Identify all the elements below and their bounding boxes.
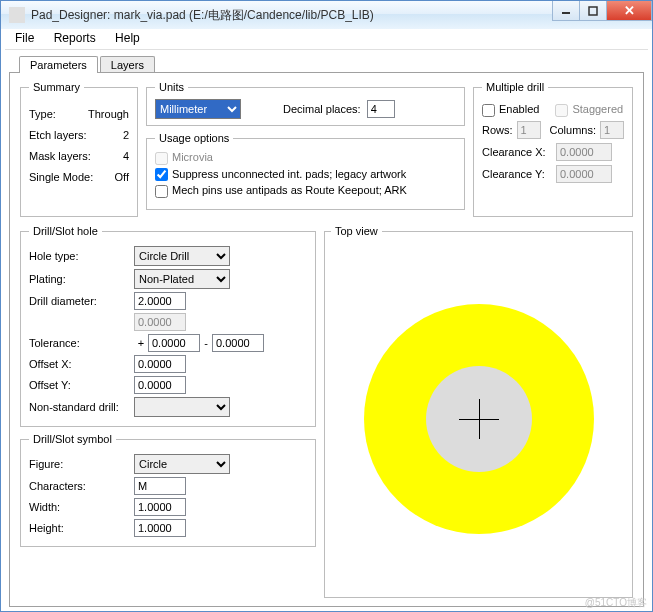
plating-select[interactable]: Non-Plated <box>134 269 230 289</box>
drillsym-group: Drill/Slot symbol Figure:Circle Characte… <box>20 433 316 547</box>
rows-input <box>517 121 541 139</box>
units-legend: Units <box>155 81 188 93</box>
plating-label: Plating: <box>29 273 134 285</box>
height-label: Height: <box>29 522 134 534</box>
diameter-input[interactable] <box>134 292 186 310</box>
tab-layers[interactable]: Layers <box>100 56 155 73</box>
titlebar[interactable]: Pad_Designer: mark_via.pad (E:/电路图/Cande… <box>1 1 652 29</box>
width-label: Width: <box>29 501 134 513</box>
type-value: Through <box>88 108 129 120</box>
nsd-select[interactable] <box>134 397 230 417</box>
enabled-checkbox[interactable] <box>482 104 495 117</box>
window-title: Pad_Designer: mark_via.pad (E:/电路图/Cande… <box>31 7 374 24</box>
cleary-input <box>556 165 612 183</box>
app-icon <box>9 7 25 23</box>
offx-label: Offset X: <box>29 358 134 370</box>
holetype-label: Hole type: <box>29 250 134 262</box>
summary-group: Summary Type:Through Etch layers:2 Mask … <box>20 81 138 217</box>
tab-body: Summary Type:Through Etch layers:2 Mask … <box>9 72 644 607</box>
menu-reports[interactable]: Reports <box>46 29 104 47</box>
chars-input[interactable] <box>134 477 186 495</box>
cols-input <box>600 121 624 139</box>
mask-value: 4 <box>123 150 129 162</box>
usage-legend: Usage options <box>155 132 233 144</box>
enabled-label: Enabled <box>499 103 539 115</box>
cleary-label: Clearance Y: <box>482 168 552 180</box>
units-group: Units Millimeter Decimal places: <box>146 81 465 126</box>
tab-parameters[interactable]: Parameters <box>19 56 98 73</box>
crosshair-v <box>479 399 480 439</box>
chars-label: Characters: <box>29 480 134 492</box>
close-button[interactable]: ✕ <box>606 1 652 21</box>
mechpins-label: Mech pins use antipads as Route Keepout;… <box>172 184 407 196</box>
drillsym-legend: Drill/Slot symbol <box>29 433 116 445</box>
svg-rect-1 <box>589 7 597 15</box>
tol1-input[interactable] <box>148 334 200 352</box>
topview-canvas <box>335 251 622 587</box>
etch-value: 2 <box>123 129 129 141</box>
offy-label: Offset Y: <box>29 379 134 391</box>
drillhole-legend: Drill/Slot hole <box>29 225 102 237</box>
microvia-checkbox <box>155 152 168 165</box>
mask-label: Mask layers: <box>29 150 91 162</box>
nsd-label: Non-standard drill: <box>29 401 134 413</box>
drillhole-group: Drill/Slot hole Hole type:Circle Drill P… <box>20 225 316 427</box>
staggered-label: Staggered <box>572 103 623 115</box>
diameter2-input <box>134 313 186 331</box>
multiple-drill-group: Multiple drill Enabled Staggered Rows: C… <box>473 81 633 217</box>
cols-label: Columns: <box>550 124 596 136</box>
single-value: Off <box>115 171 129 183</box>
etch-label: Etch layers: <box>29 129 86 141</box>
watermark: @51CTO博客 <box>585 596 647 610</box>
clearx-input <box>556 143 612 161</box>
staggered-checkbox <box>555 104 568 117</box>
mechpins-checkbox[interactable] <box>155 185 168 198</box>
usage-group: Usage options Microvia Suppress unconnec… <box>146 132 465 210</box>
menu-file[interactable]: File <box>7 29 42 47</box>
clearx-label: Clearance X: <box>482 146 552 158</box>
menubar: File Reports Help <box>1 29 652 49</box>
decimal-input[interactable] <box>367 100 395 118</box>
topview-legend: Top view <box>331 225 382 237</box>
single-label: Single Mode: <box>29 171 93 183</box>
maximize-button[interactable] <box>579 1 607 21</box>
decimal-label: Decimal places: <box>283 103 361 115</box>
width-input[interactable] <box>134 498 186 516</box>
suppress-label: Suppress unconnected int. pads; legacy a… <box>172 168 406 180</box>
offy-input[interactable] <box>134 376 186 394</box>
topview-group: Top view <box>324 225 633 598</box>
tol2-input[interactable] <box>212 334 264 352</box>
tol-dash: - <box>200 337 212 349</box>
mdrill-legend: Multiple drill <box>482 81 548 93</box>
suppress-checkbox[interactable] <box>155 168 168 181</box>
minimize-button[interactable] <box>552 1 580 21</box>
height-input[interactable] <box>134 519 186 537</box>
diameter-label: Drill diameter: <box>29 295 134 307</box>
rows-label: Rows: <box>482 124 513 136</box>
holetype-select[interactable]: Circle Drill <box>134 246 230 266</box>
menu-help[interactable]: Help <box>107 29 148 47</box>
figure-label: Figure: <box>29 458 134 470</box>
tol-plus: + <box>134 337 148 349</box>
units-select[interactable]: Millimeter <box>155 99 241 119</box>
type-label: Type: <box>29 108 56 120</box>
summary-legend: Summary <box>29 81 84 93</box>
tol-label: Tolerance: <box>29 337 134 349</box>
microvia-label: Microvia <box>172 151 213 163</box>
offx-input[interactable] <box>134 355 186 373</box>
figure-select[interactable]: Circle <box>134 454 230 474</box>
